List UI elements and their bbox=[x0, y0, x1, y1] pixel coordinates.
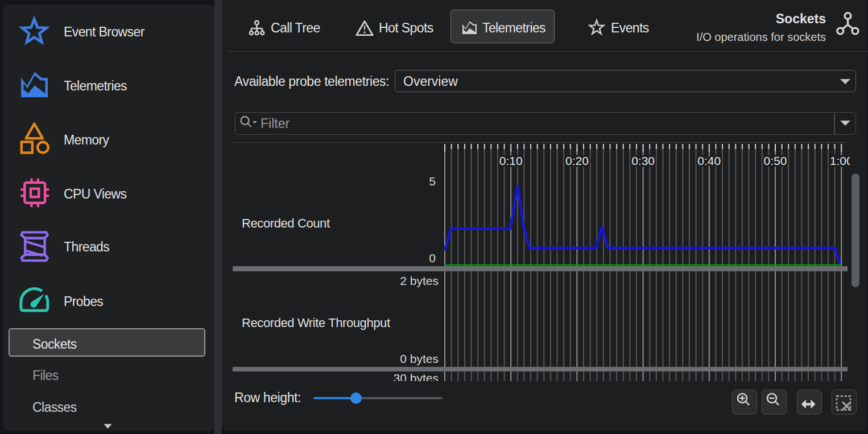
svg-text:1:00: 1:00 bbox=[830, 154, 850, 167]
svg-text:0:10: 0:10 bbox=[499, 154, 523, 167]
svg-text:0:40: 0:40 bbox=[697, 154, 721, 167]
svg-text:0:50: 0:50 bbox=[764, 154, 787, 167]
svg-text:0:20: 0:20 bbox=[565, 154, 589, 167]
svg-text:0:30: 0:30 bbox=[631, 154, 655, 167]
